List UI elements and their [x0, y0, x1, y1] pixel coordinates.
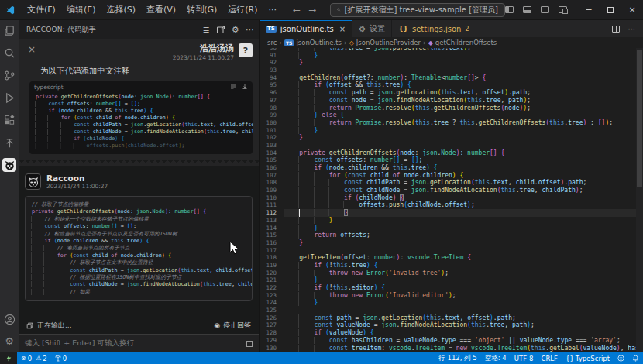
- code-line-99[interactable]: } else {: [284, 112, 643, 119]
- remote-indicator[interactable]: [0, 352, 17, 364]
- indentation[interactable]: 空格: 4: [481, 354, 511, 363]
- insert-code-icon[interactable]: [230, 84, 236, 90]
- run-debug-icon[interactable]: [2, 91, 16, 105]
- code-editor[interactable]: 9091929394959697989910010110210310410510…: [260, 48, 643, 352]
- code-line-98[interactable]: return Promise.resolve(this.getChildrenO…: [284, 105, 643, 112]
- code-line-105[interactable]: const offsets: number[] = [];: [284, 156, 643, 164]
- raccoon-panel: RACCOON: 代码助手 ≣ ⚙ ··· × 浩浩汤汤: [19, 20, 260, 352]
- explorer-icon[interactable]: [2, 23, 16, 37]
- new-chat-icon[interactable]: [216, 25, 225, 34]
- code-line-106[interactable]: if (node.children && this.tree) {: [284, 164, 643, 172]
- forward-icon[interactable]: →: [308, 5, 316, 15]
- settings-gear-icon[interactable]: ⚙: [2, 334, 16, 348]
- test-explorer-icon[interactable]: [2, 136, 16, 149]
- feedback-icon[interactable]: [614, 355, 628, 362]
- code-line-131[interactable]: treeItem.command = {: [284, 352, 643, 352]
- code-line-112[interactable]: }: [284, 209, 643, 217]
- problems-indicator[interactable]: ⊗0 ⚠2: [17, 355, 51, 362]
- editor-more-icon[interactable]: ···: [628, 25, 635, 33]
- code-line-103[interactable]: [284, 142, 643, 149]
- menu-item-5[interactable]: 运行(R): [222, 2, 263, 19]
- close-tab-icon[interactable]: ×: [339, 25, 346, 33]
- code-line-122[interactable]: if (!this.editor) {: [284, 284, 643, 292]
- code-line-125[interactable]: [284, 307, 643, 314]
- menu-item-1[interactable]: 编辑(E): [61, 2, 101, 19]
- code-line-116[interactable]: }: [284, 239, 643, 247]
- line-number-110: 110: [260, 194, 277, 202]
- copy-code-icon[interactable]: [242, 84, 248, 90]
- input-action-button[interactable]: [246, 341, 253, 347]
- chat-input[interactable]: 键入 [Shift + Enter] 可输入换行: [19, 334, 259, 352]
- code-line-130[interactable]: const treeItem: vscode.TreeItem = new vs…: [284, 345, 643, 352]
- extensions-icon[interactable]: [2, 113, 16, 127]
- stop-answer-button[interactable]: ◉ 停止回答: [214, 321, 251, 331]
- code-line-91[interactable]: }: [284, 52, 643, 60]
- close-button[interactable]: ×: [621, 0, 643, 20]
- code-line-104[interactable]: private getChildrenOffsets(node: json.No…: [284, 149, 643, 157]
- code-line-129[interactable]: const hasChildren = valueNode.type === '…: [284, 337, 643, 345]
- cursor-position[interactable]: 行 112, 列 5: [435, 354, 480, 363]
- code-line-127[interactable]: const valueNode = json.findNodeAtLocatio…: [284, 321, 643, 329]
- code-line-113[interactable]: }: [284, 217, 643, 225]
- code-line-110[interactable]: if (childNode) {: [284, 194, 643, 202]
- broadcast-icon: [55, 355, 61, 362]
- eol-sequence[interactable]: CRLF: [538, 355, 562, 362]
- close-message-icon[interactable]: ×: [25, 43, 39, 56]
- code-line-102[interactable]: }: [284, 134, 643, 142]
- split-editor-icon[interactable]: [612, 26, 620, 33]
- code-line-111[interactable]: offsets.push(childNode.offset);: [284, 201, 643, 209]
- tab-settings[interactable]: ⚙ 设置: [352, 20, 392, 37]
- search-icon[interactable]: [2, 46, 16, 60]
- command-center[interactable]: [扩展开发宿主] tree-view-sample [管理员]: [330, 3, 505, 17]
- menu-item-2[interactable]: 选择(S): [101, 2, 141, 19]
- back-icon[interactable]: ←: [293, 5, 301, 15]
- code-line-95[interactable]: if (offset && this.tree) {: [284, 81, 643, 89]
- clear-history-icon[interactable]: ≣: [202, 25, 209, 35]
- code-line-101[interactable]: }: [284, 127, 643, 135]
- source-control-icon[interactable]: [2, 68, 16, 82]
- account-icon[interactable]: [2, 312, 16, 326]
- code-line-128[interactable]: if (valueNode) {: [284, 329, 643, 337]
- code-lines[interactable]: this.tree = json.parseTree(this.text); }…: [280, 48, 643, 352]
- language-mode[interactable]: {}TypeScript: [562, 355, 614, 362]
- panel-settings-icon[interactable]: ⚙: [232, 25, 239, 35]
- menu-item-4[interactable]: 转到(G): [181, 2, 222, 19]
- code-line-96[interactable]: const path = json.getLocation(this.text,…: [284, 89, 643, 97]
- code-line-115[interactable]: return offsets;: [284, 232, 643, 239]
- panel-more-icon[interactable]: ···: [246, 25, 254, 35]
- tab-jsonoutline[interactable]: TS jsonOutline.ts ×: [260, 20, 352, 37]
- code-line-108[interactable]: const childPath = json.getLocation(this.…: [284, 179, 643, 187]
- code-line-121[interactable]: }: [284, 276, 643, 284]
- menu-item-6[interactable]: ···: [263, 2, 282, 19]
- code-line-123[interactable]: throw new Error('Invalid editor');: [284, 292, 643, 300]
- code-line-124[interactable]: }: [284, 299, 643, 307]
- minimize-button[interactable]: ─: [578, 0, 600, 20]
- tab-settings-json[interactable]: {} settings.json 2: [392, 20, 476, 37]
- customize-layout-icon[interactable]: [559, 6, 567, 13]
- code-line-120[interactable]: throw new Error('Invalid tree');: [284, 270, 643, 277]
- code-line-100[interactable]: return Promise.resolve(this.tree ? this.…: [284, 119, 643, 127]
- code-line-117[interactable]: [284, 247, 643, 255]
- maximize-button[interactable]: [600, 0, 621, 20]
- menu-item-0[interactable]: 文件(F): [22, 2, 61, 19]
- code-line-107[interactable]: for (const child of node.children) {: [284, 172, 643, 180]
- editor-scrollbar[interactable]: [636, 48, 643, 352]
- code-line-114[interactable]: }: [284, 225, 643, 232]
- encoding[interactable]: UTF-8: [511, 355, 538, 362]
- toggle-secondary-sidebar-icon[interactable]: [541, 6, 549, 13]
- code-line-119[interactable]: if (!this.tree) {: [284, 262, 643, 270]
- notifications-bell-icon[interactable]: [628, 355, 643, 362]
- menu-item-3[interactable]: 查看(V): [141, 2, 181, 19]
- code-line-93[interactable]: [284, 67, 643, 74]
- code-line-109[interactable]: const childNode = json.findNodeAtLocatio…: [284, 187, 643, 194]
- broadcast-indicator[interactable]: 0: [51, 355, 70, 362]
- toggle-panel-icon[interactable]: [523, 6, 531, 13]
- code-line-94[interactable]: getChildren(offset?: number): Thenable<n…: [284, 74, 643, 82]
- raccoon-extension-icon[interactable]: [2, 158, 16, 172]
- code-line-126[interactable]: const path = json.getLocation(this.text,…: [284, 314, 643, 322]
- code-line-97[interactable]: const node = json.findNodeAtLocation(thi…: [284, 97, 643, 105]
- code-line-92[interactable]: }: [284, 59, 643, 67]
- toggle-sidebar-icon[interactable]: [505, 6, 514, 13]
- code-line-118[interactable]: getTreeItem(offset: number): vscode.Tree…: [284, 254, 643, 262]
- breadcrumb[interactable]: src› TS jsonOutline.ts› ◇ JsonOutlinePro…: [260, 37, 643, 48]
